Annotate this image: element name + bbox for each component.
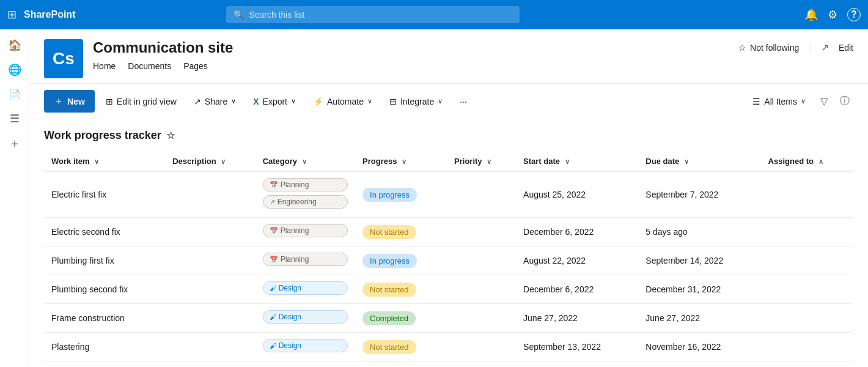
cell-workitem: Electric second fix (44, 218, 165, 247)
sidebar-item-doc[interactable]: 📄 (4, 83, 26, 105)
topbar-actions: 🔔 ⚙ ? (804, 8, 861, 21)
share-icon: ↗ (821, 42, 829, 53)
list-area: Work progress tracker ☆ Work item ∨ Desc… (29, 119, 868, 367)
cell-startdate: December 6, 2022 (516, 275, 638, 304)
cell-progress: Not started (355, 275, 447, 304)
cell-priority (447, 304, 516, 333)
table-body: Electric first fix📅Planning↗EngineeringI… (44, 171, 853, 361)
cell-description (165, 333, 256, 361)
cell-assignedto (761, 304, 853, 333)
automate-button[interactable]: ⚡ Automate ∨ (307, 93, 378, 110)
more-button[interactable]: ··· (454, 93, 473, 110)
table-row[interactable]: Frame construction🖌DesignCompletedJune 2… (44, 304, 853, 333)
category-badge: 📅Planning (263, 253, 348, 266)
all-items-chevron-icon: ∨ (801, 97, 806, 105)
share-button[interactable]: ↗ Share ∨ (188, 93, 242, 110)
sidebar-item-home[interactable]: 🏠 (4, 34, 26, 56)
integrate-chevron-icon: ∨ (438, 97, 443, 105)
col-progress[interactable]: Progress ∨ (355, 152, 447, 171)
startdate-sort-icon: ∨ (565, 158, 570, 165)
cell-startdate: August 25, 2022 (516, 171, 638, 218)
cell-progress: In progress (355, 247, 447, 275)
toolbar-right: ☰ All Items ∨ ▽ ⓘ (746, 91, 853, 111)
col-workitem[interactable]: Work item ∨ (44, 152, 165, 171)
automate-chevron-icon: ∨ (367, 97, 372, 105)
new-button[interactable]: ＋ New (44, 90, 95, 113)
help-icon[interactable]: ? (847, 8, 861, 21)
cell-startdate: September 13, 2022 (516, 333, 638, 361)
table-row[interactable]: Electric second fix📅PlanningNot startedD… (44, 218, 853, 247)
cell-startdate: December 6, 2022 (516, 218, 638, 247)
table-row[interactable]: Electric first fix📅Planning↗EngineeringI… (44, 171, 853, 218)
automate-icon: ⚡ (313, 97, 323, 106)
edit-grid-button[interactable]: ⊞ Edit in grid view (100, 93, 183, 110)
duedate-sort-icon: ∨ (684, 158, 689, 165)
cell-priority (447, 247, 516, 275)
export-label: Export (263, 97, 287, 106)
brand-name: SharePoint (24, 9, 75, 20)
view-list-icon: ☰ (752, 97, 760, 106)
not-following-button[interactable]: ☆ Not following (738, 43, 799, 53)
more-label: ··· (460, 97, 467, 106)
cell-priority (447, 275, 516, 304)
info-button[interactable]: ⓘ (836, 91, 853, 111)
all-items-label: All Items (764, 97, 797, 106)
bell-icon[interactable]: 🔔 (804, 8, 818, 21)
cell-workitem: Plumbing second fix (44, 275, 165, 304)
filter-icon: ▽ (820, 96, 828, 106)
site-title: Communication site (93, 39, 233, 56)
table-row[interactable]: Plastering🖌DesignNot startedSeptember 13… (44, 333, 853, 361)
nav-home[interactable]: Home (93, 61, 116, 73)
nav-pages[interactable]: Pages (183, 61, 208, 73)
main-content: Cs Communication site Home Documents Pag… (29, 29, 868, 367)
category-badge: 📅Planning (263, 178, 348, 191)
col-assignedto[interactable]: Assigned to ∧ (761, 152, 853, 171)
table-row[interactable]: Plumbing second fix🖌DesignNot startedDec… (44, 275, 853, 304)
table-row[interactable]: Plumbing first fix📅PlanningIn progressAu… (44, 247, 853, 275)
new-label: New (67, 97, 85, 106)
col-startdate[interactable]: Start date ∨ (516, 152, 638, 171)
cell-priority (447, 218, 516, 247)
nav-documents[interactable]: Documents (128, 61, 171, 73)
header-row: Work item ∨ Description ∨ Category ∨ (44, 152, 853, 171)
integrate-button[interactable]: ⊟ Integrate ∨ (383, 93, 449, 110)
grid-icon[interactable]: ⊞ (7, 8, 17, 21)
cell-workitem: Electric first fix (44, 171, 165, 218)
settings-icon[interactable]: ⚙ (828, 8, 837, 21)
cell-progress: In progress (355, 171, 447, 218)
cell-category: 🖌Design (256, 333, 355, 361)
integrate-label: Integrate (400, 97, 434, 106)
progress-badge: Not started (362, 340, 416, 354)
priority-sort-icon: ∨ (487, 158, 491, 165)
sidebar-item-list[interactable]: ☰ (4, 108, 26, 130)
progress-sort-icon: ∨ (402, 158, 406, 165)
sidebar-item-globe[interactable]: 🌐 (4, 59, 26, 81)
automate-label: Automate (327, 97, 364, 106)
export-button[interactable]: X Export ∨ (247, 93, 302, 110)
all-items-button[interactable]: ☰ All Items ∨ (746, 93, 812, 110)
col-duedate[interactable]: Due date ∨ (638, 152, 760, 171)
work-items-table: Work item ∨ Description ∨ Category ∨ (44, 152, 853, 361)
assignedto-sort-icon: ∧ (818, 158, 823, 165)
cell-category: 🖌Design (256, 275, 355, 304)
not-following-label: Not following (750, 43, 799, 53)
col-description[interactable]: Description ∨ (165, 152, 256, 171)
cell-assignedto (761, 218, 853, 247)
plus-icon: ＋ (54, 95, 64, 108)
list-star-icon[interactable]: ☆ (166, 130, 175, 141)
col-category[interactable]: Category ∨ (256, 152, 355, 171)
category-badge: 📅Planning (263, 224, 348, 237)
search-input[interactable] (249, 10, 512, 20)
sidebar-item-plus[interactable]: ＋ (4, 132, 26, 154)
filter-button[interactable]: ▽ (817, 92, 831, 111)
info-icon: ⓘ (840, 95, 850, 106)
category-badge: ↗Engineering (263, 195, 348, 209)
list-title-text: Work progress tracker (44, 129, 161, 142)
table-header: Work item ∨ Description ∨ Category ∨ (44, 152, 853, 171)
site-header-left: Cs Communication site Home Documents Pag… (44, 39, 233, 78)
search-box[interactable]: 🔍 (226, 6, 520, 23)
edit-button[interactable]: Edit (839, 43, 853, 53)
col-priority[interactable]: Priority ∨ (447, 152, 516, 171)
cell-progress: Completed (355, 304, 447, 333)
cell-description (165, 275, 256, 304)
